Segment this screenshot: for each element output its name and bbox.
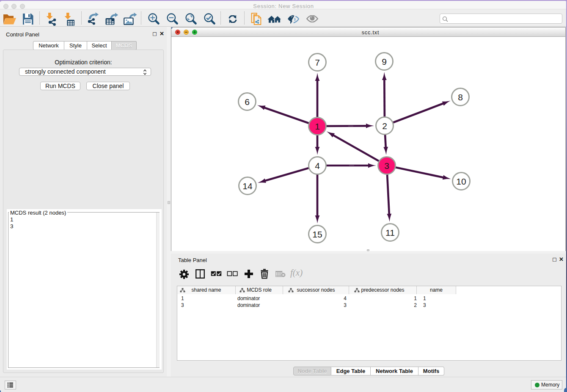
svg-text:15: 15 (312, 229, 322, 239)
svg-text:11: 11 (385, 228, 395, 237)
svg-text:9: 9 (382, 57, 387, 66)
svg-text:4: 4 (315, 161, 320, 171)
svg-text:6: 6 (245, 97, 250, 107)
svg-text:7: 7 (315, 58, 320, 67)
svg-text:2: 2 (382, 121, 387, 131)
svg-text:10: 10 (456, 177, 466, 186)
svg-text:1: 1 (315, 121, 320, 131)
svg-text:3: 3 (384, 161, 389, 171)
svg-text:8: 8 (458, 92, 463, 102)
svg-text:14: 14 (242, 181, 253, 191)
